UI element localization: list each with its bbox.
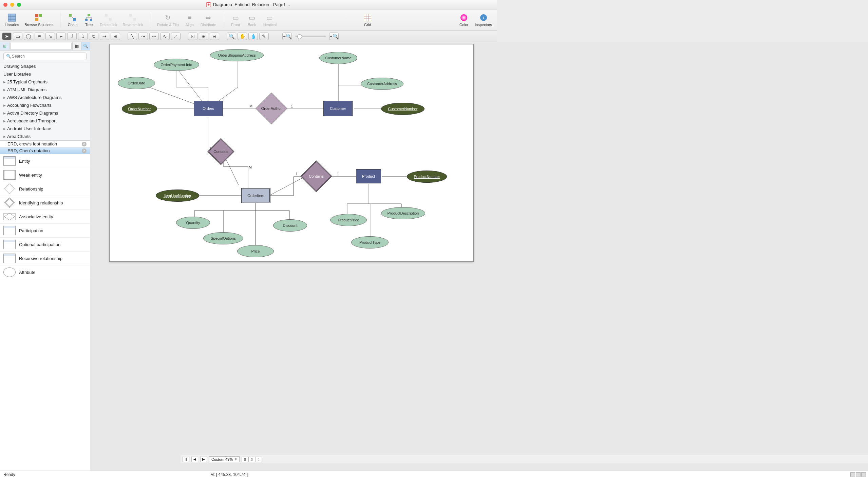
tree-button[interactable]: Tree	[81, 13, 96, 27]
minimize-icon[interactable]	[10, 3, 14, 7]
zoom-icon[interactable]	[17, 3, 21, 7]
diagram-page[interactable]: Orders Customer OrderItem Product OrderA…	[109, 44, 474, 262]
zoom-in-button[interactable]: +🔍	[329, 33, 339, 40]
panel-mode-icon[interactable]: ⊞	[0, 42, 10, 50]
category-item[interactable]: ▶ATM UML Diagrams	[0, 86, 90, 94]
stencil-relationship[interactable]: Relationship	[0, 182, 90, 196]
connector-tool-5[interactable]: ↯	[89, 33, 98, 40]
grid-button[interactable]: Grid	[360, 13, 375, 27]
text-tool[interactable]: ≡	[35, 33, 44, 40]
line-tool[interactable]: ╲	[128, 33, 137, 40]
chain-icon	[68, 13, 77, 22]
connector-tool-3[interactable]: ⤴	[67, 33, 77, 40]
attr-productprice[interactable]: ProductPrice	[330, 214, 367, 226]
category-item[interactable]: User Libraries	[0, 70, 90, 78]
connector-tool-6[interactable]: ⇢	[100, 33, 109, 40]
zoom-slider[interactable]	[295, 36, 326, 37]
svg-rect-21	[364, 14, 371, 21]
category-item[interactable]: ▶Accounting Flowcharts	[0, 101, 90, 109]
attr-quantity[interactable]: Quantity	[176, 217, 210, 229]
connector-tool-1[interactable]: ↘	[45, 33, 55, 40]
attr-price[interactable]: Price	[237, 245, 274, 257]
pointer-tool[interactable]: ➤	[2, 33, 12, 40]
search-input[interactable]	[3, 53, 87, 60]
attr-producttype[interactable]: ProductType	[351, 236, 389, 248]
grid-icon	[363, 13, 372, 22]
relationship-contains-2[interactable]: Contains	[305, 165, 327, 187]
attr-orderdate[interactable]: OrderDate	[118, 77, 155, 89]
connector-tool-4[interactable]: ⤵	[78, 33, 88, 40]
attr-ordernumber[interactable]: OrderNumber	[122, 103, 157, 115]
libraries-button[interactable]: Libraries	[3, 13, 21, 27]
attr-productnumber[interactable]: ProductNumber	[407, 171, 447, 183]
expand-icon: ▶	[3, 96, 6, 99]
ellipse-tool[interactable]: ◯	[24, 33, 33, 40]
close-icon[interactable]: ✕	[82, 142, 87, 146]
pencil-tool[interactable]: ✎	[259, 33, 269, 40]
library-tab-selected[interactable]: ERD, Chen's notation ✕	[0, 147, 90, 154]
snap-tool-1[interactable]: ⊡	[188, 33, 197, 40]
close-icon[interactable]: ✕	[82, 148, 87, 153]
align-icon: ≡	[185, 13, 194, 22]
window-controls	[0, 3, 21, 7]
close-icon[interactable]	[3, 3, 7, 7]
bezier-tool[interactable]: ⟋	[171, 33, 181, 40]
relationship-contains-1[interactable]: Contains	[211, 142, 230, 161]
snap-tool-2[interactable]: ⊞	[199, 33, 208, 40]
stencil-entity[interactable]: Entity	[0, 154, 90, 168]
connector-tool-7[interactable]: ⊞	[111, 33, 120, 40]
arc-tool[interactable]: ⤻	[149, 33, 159, 40]
chevron-down-icon[interactable]: ⌄	[288, 3, 290, 6]
canvas-area[interactable]: Orders Customer OrderItem Product OrderA…	[90, 42, 497, 275]
entity-orderitem[interactable]: OrderItem	[241, 188, 270, 203]
card-one: 1	[337, 172, 339, 176]
attr-specialoptions[interactable]: SpecialOptions	[203, 232, 243, 244]
drop-tool[interactable]: 💧	[248, 33, 258, 40]
zoom-out-button[interactable]: −🔍	[282, 33, 292, 40]
stencil-participation[interactable]: Participation	[0, 224, 90, 238]
panel-search-icon[interactable]: 🔍	[81, 42, 90, 50]
attr-itemlinenumber[interactable]: ItemLineNumber	[156, 190, 199, 202]
category-item[interactable]: ▶AWS Architecture Diagrams	[0, 94, 90, 101]
entity-customer[interactable]: Customer	[323, 101, 353, 116]
category-item[interactable]: ▶Active Directory Diagrams	[0, 109, 90, 117]
panel-grid-icon[interactable]: ▦	[72, 42, 81, 50]
category-item[interactable]: ▶Area Charts	[0, 133, 90, 140]
inspectors-button[interactable]: i Inspectors	[473, 13, 494, 27]
connector-tool-2[interactable]: ⌐	[56, 33, 66, 40]
chain-button[interactable]: Chain	[65, 13, 80, 27]
category-item[interactable]: ▶25 Typical Orgcharts	[0, 78, 90, 86]
color-button[interactable]: Color	[456, 13, 471, 27]
stencil-weak-entity[interactable]: Weak entity	[0, 168, 90, 182]
attr-discount[interactable]: Discount	[273, 219, 307, 232]
relationship-orderauthor[interactable]: OrderAuthor	[260, 97, 283, 120]
card-m: M	[249, 165, 252, 169]
rect-tool[interactable]: ▭	[13, 33, 22, 40]
stencil-attribute[interactable]: Attribute	[0, 265, 90, 275]
spline-tool[interactable]: ∿	[160, 33, 170, 40]
snap-tool-3[interactable]: ⊟	[210, 33, 219, 40]
attr-productdescription[interactable]: ProductDescription	[381, 207, 425, 219]
entity-orders[interactable]: Orders	[194, 101, 223, 116]
browse-solutions-button[interactable]: Browse Solutions	[22, 13, 55, 27]
attr-ordershipping[interactable]: OrderShippingAddress	[210, 49, 264, 61]
attr-orderpayment[interactable]: OrderPayment Info	[154, 59, 199, 71]
pan-tool[interactable]: ✋	[238, 33, 247, 40]
attr-customername[interactable]: CustomerName	[319, 52, 357, 64]
curve-tool[interactable]: ⤳	[138, 33, 148, 40]
solutions-icon	[35, 13, 43, 22]
entity-product[interactable]: Product	[356, 169, 381, 183]
attr-customernumber[interactable]: CustomerNumber	[381, 103, 424, 115]
library-tab[interactable]: ERD, crow's foot notation ✕	[0, 141, 90, 147]
zoom-tool[interactable]: 🔍	[227, 33, 236, 40]
stencil-recursive-relationship[interactable]: Recursive relationship	[0, 252, 90, 265]
category-item[interactable]: Drawing Shapes	[0, 62, 90, 70]
stencil-optional-participation[interactable]: Optional participation	[0, 238, 90, 252]
category-item[interactable]: ▶Aerospace and Transport	[0, 117, 90, 125]
category-item[interactable]: ▶Android User Interface	[0, 125, 90, 133]
attr-customeraddress[interactable]: CustomerAddress	[361, 78, 403, 90]
card-one: 1	[209, 147, 211, 151]
stencil-identifying-relationship[interactable]: Identifying relationship	[0, 196, 90, 210]
info-icon: i	[479, 13, 488, 22]
stencil-associative-entity[interactable]: Associative entity	[0, 210, 90, 224]
